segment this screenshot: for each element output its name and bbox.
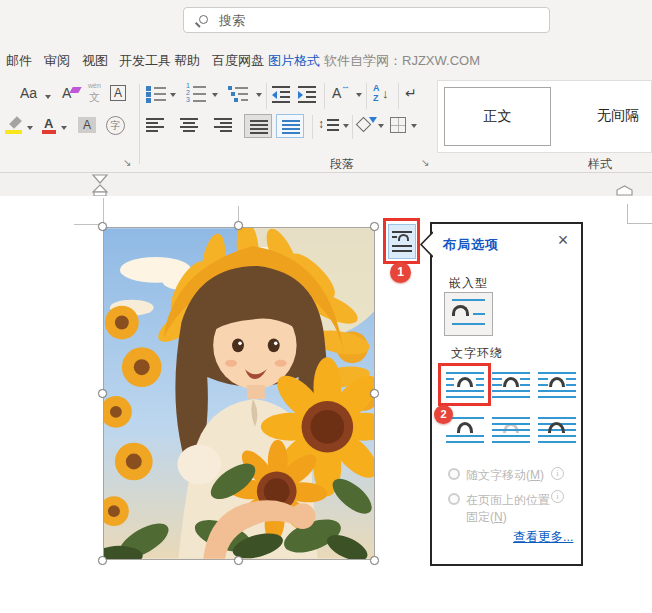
multilevel-list-button[interactable] [228,86,250,102]
resize-handle-middle-left[interactable] [98,389,107,398]
chevron-down-icon[interactable] [411,124,417,128]
inline-section-label: 嵌入型 [449,275,488,292]
search-input[interactable]: 搜索 [183,7,550,33]
character-border-button[interactable]: A [110,85,126,101]
style-no-spacing[interactable]: 无间隔 [558,87,652,146]
chevron-down-icon[interactable] [256,93,262,97]
tab-view[interactable]: 视图 [82,51,108,75]
tab-picture-format[interactable]: 图片格式 [268,51,320,75]
wrap-section-label: 文字环绕 [451,345,503,362]
tab-review[interactable]: 审阅 [44,51,70,75]
align-left-button[interactable] [146,118,164,132]
resize-handle-top-right[interactable] [370,222,379,231]
distribute-button[interactable] [276,114,304,138]
bullets-button[interactable] [146,86,166,102]
radio-move-label: 随文字移动(M) [466,467,544,484]
title-bar: 搜索 [0,0,652,46]
annotation-box-2 [438,363,491,406]
enclose-characters-button[interactable]: 字 [106,116,125,135]
line-spacing-button[interactable]: ↕ [318,117,324,131]
align-center-button[interactable] [180,118,198,132]
resize-handle-middle-right[interactable] [370,389,379,398]
resize-handle-bottom-right[interactable] [370,556,379,565]
resize-handle-bottom-left[interactable] [98,556,107,565]
chevron-down-icon[interactable] [45,95,51,99]
font-color-swatch [42,130,56,134]
tab-help[interactable]: 帮助 [174,51,200,75]
eraser-icon [69,87,81,93]
chevron-down-icon[interactable] [378,124,384,128]
resize-handle-top-left[interactable] [98,222,107,231]
site-watermark: 软件自学网：RJZXW.COM [324,51,480,71]
line-spacing-lines-icon [327,119,339,131]
show-hide-marks-button[interactable]: ↵ [405,85,417,101]
close-icon[interactable]: × [553,230,573,251]
justify-button[interactable] [244,114,272,138]
radio-fix-position[interactable] [448,493,460,505]
asian-layout-arrows-icon: ↔ [341,81,350,91]
styles-gallery: 正文 无间隔 [437,80,652,153]
resize-handle-top-center[interactable] [234,221,243,230]
wrap-option-top-bottom[interactable] [446,416,484,444]
ruler: 2468101214161820222426283032343638 [0,173,652,196]
info-icon[interactable]: i [551,467,564,480]
asian-layout-button[interactable]: A [332,85,341,101]
tab-developer[interactable]: 开发工具 [119,51,171,75]
font-dialog-launcher-icon[interactable]: ↘ [123,157,131,168]
layout-options-popup: 布局选项 × 嵌入型 文字环绕 随文字移动(M) i [430,222,583,566]
divider [398,83,399,109]
font-color-button[interactable]: A [44,116,53,131]
divider [324,83,325,109]
search-placeholder: 搜索 [219,8,245,33]
clear-formatting-button[interactable]: A [62,85,71,101]
selection-guide [74,224,100,225]
chevron-down-icon[interactable] [27,126,33,130]
tab-mail[interactable]: 邮件 [6,51,32,75]
sort-button[interactable]: A [373,83,380,93]
radio-fix-label-line1: 在页面上的位置 [466,492,550,509]
styles-group-label: 样式 [560,156,640,173]
right-indent-marker[interactable] [616,185,633,196]
borders-button[interactable] [390,117,406,133]
wrap-option-inline[interactable] [444,292,493,336]
popup-callout-arrow [419,231,433,258]
sort-z: Z [373,93,379,103]
divider [312,115,313,139]
decrease-indent-button[interactable] [272,86,290,102]
phonetic-guide-button[interactable]: wén [88,82,101,89]
margin-corner-mark [627,223,652,224]
wrap-option-in-front[interactable] [538,416,576,444]
paragraph-group-label: 段落 [302,156,382,173]
paragraph-dialog-launcher-icon[interactable]: ↘ [421,157,429,168]
wrap-option-behind-text[interactable] [492,416,530,444]
wrap-option-through[interactable] [538,371,576,399]
resize-handle-bottom-center[interactable] [234,556,243,565]
align-right-button[interactable] [214,118,232,132]
selection-guide [103,198,104,224]
annotation-step-2: 2 [434,405,453,424]
see-more-link[interactable]: 查看更多... [513,529,573,546]
search-icon [199,15,208,24]
chevron-down-icon[interactable] [212,93,218,97]
phonetic-guide-char: 文 [89,90,100,105]
style-normal[interactable]: 正文 [444,87,551,146]
character-shading-button[interactable]: A [78,117,96,133]
tab-baidu-netdisk[interactable]: 百度网盘 [212,51,264,75]
radio-move-with-text[interactable] [448,468,460,480]
chevron-down-icon[interactable] [356,93,362,97]
document-image[interactable] [103,227,375,560]
highlighter-icon[interactable] [9,116,22,129]
change-case-button[interactable]: Aa [20,85,37,101]
chevron-down-icon[interactable] [343,124,349,128]
info-icon[interactable]: i [551,490,564,503]
chevron-down-icon[interactable] [61,126,67,130]
wrap-option-tight[interactable] [492,371,530,399]
group-divider [139,84,140,164]
numbering-button[interactable]: 1 2 3 [186,84,208,104]
annotation-box-1 [383,218,420,264]
increase-indent-button[interactable] [298,86,316,102]
annotation-step-1: 1 [390,262,411,283]
divider [366,83,367,109]
indent-markers[interactable] [91,174,109,196]
chevron-down-icon[interactable] [170,93,176,97]
